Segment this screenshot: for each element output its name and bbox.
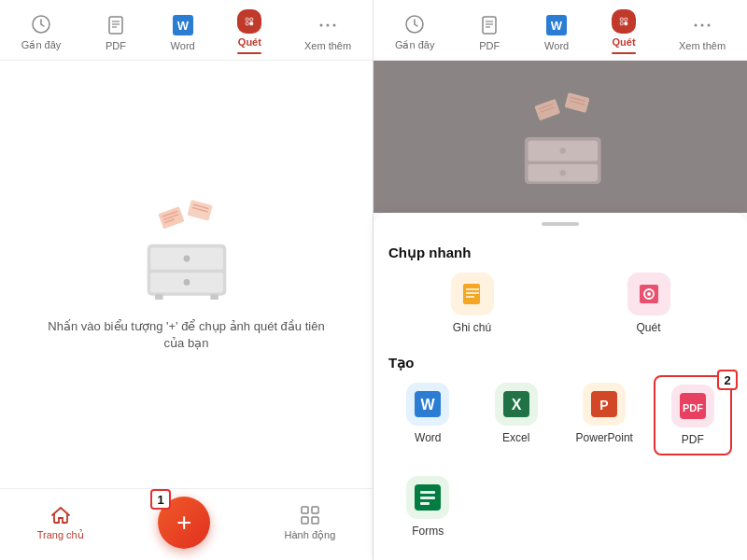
quet-label: Quét bbox=[636, 321, 660, 334]
nav-item-recent-right[interactable]: Gần đây bbox=[388, 10, 442, 53]
svg-rect-10 bbox=[250, 22, 253, 25]
section-chup-nhanh: Chụp nhanh Ghi chú bbox=[388, 245, 732, 342]
powerpoint-label: PowerPoint bbox=[576, 431, 633, 444]
nav-label-more-right: Xem thêm bbox=[679, 40, 726, 51]
svg-text:PDF: PDF bbox=[683, 402, 703, 413]
svg-rect-73 bbox=[420, 491, 435, 494]
left-content: Nhấn vào biểu tượng '+' để chụp ảnh quét… bbox=[0, 61, 373, 488]
fab-container: 1 + bbox=[158, 497, 210, 549]
nav-item-recent-left[interactable]: Gần đây bbox=[14, 10, 68, 53]
svg-text:X: X bbox=[511, 397, 521, 413]
svg-rect-41 bbox=[620, 22, 623, 25]
bottom-action[interactable]: Hành động bbox=[285, 504, 336, 541]
svg-text:W: W bbox=[551, 19, 563, 33]
word-icon-circle: W bbox=[406, 383, 449, 426]
svg-rect-57 bbox=[463, 284, 480, 304]
svg-text:P: P bbox=[600, 398, 609, 413]
word-nav-icon-left: W bbox=[171, 13, 195, 37]
plus-icon: + bbox=[176, 510, 191, 536]
step1-badge: 1 bbox=[150, 489, 171, 510]
right-drawer-illustration bbox=[509, 91, 612, 184]
clock-icon-right bbox=[402, 12, 427, 36]
note-icon bbox=[459, 281, 486, 307]
svg-rect-33 bbox=[483, 17, 496, 34]
action-ghi-chu[interactable]: Ghi chú bbox=[388, 265, 556, 342]
svg-rect-29 bbox=[312, 507, 318, 513]
svg-point-12 bbox=[327, 23, 330, 26]
svg-rect-27 bbox=[210, 294, 218, 300]
action-word[interactable]: W Word bbox=[388, 375, 468, 455]
bottom-home[interactable]: Trang chủ bbox=[37, 504, 84, 541]
nav-label-recent-right: Gần đây bbox=[395, 39, 434, 51]
svg-rect-40 bbox=[625, 18, 627, 21]
right-overlay bbox=[374, 61, 747, 213]
sheet-handle bbox=[542, 222, 579, 226]
svg-rect-9 bbox=[247, 22, 249, 25]
forms-grid: Forms bbox=[388, 469, 732, 545]
nav-item-more-left[interactable]: Xem thêm bbox=[297, 11, 359, 53]
excel-icon-circle: X bbox=[495, 383, 538, 426]
ppt-icon-circle: P bbox=[583, 383, 626, 426]
svg-rect-14 bbox=[158, 206, 184, 229]
ghi-chu-label: Ghi chú bbox=[453, 321, 491, 334]
nav-label-pdf-right: PDF bbox=[479, 40, 500, 51]
scan-nav-icon-left bbox=[237, 9, 261, 34]
nav-label-pdf-left: PDF bbox=[106, 40, 126, 51]
pdf-label: PDF bbox=[682, 433, 704, 446]
chup-nhanh-grid: Ghi chú Quét bbox=[388, 265, 732, 342]
word-nav-icon-right: W bbox=[544, 13, 569, 37]
word-label: Word bbox=[415, 431, 441, 444]
svg-rect-7 bbox=[247, 18, 249, 21]
pdf-icon-circle: PDF bbox=[671, 385, 714, 427]
action-icon bbox=[299, 504, 321, 526]
scan-icon bbox=[636, 281, 662, 307]
action-excel[interactable]: X Excel bbox=[477, 375, 557, 455]
action-powerpoint[interactable]: P PowerPoint bbox=[565, 375, 644, 455]
nav-label-recent-left: Gần đây bbox=[21, 39, 61, 51]
action-quet[interactable]: Quét bbox=[565, 265, 732, 342]
svg-point-11 bbox=[320, 23, 323, 26]
svg-rect-31 bbox=[312, 517, 318, 524]
ppt-icon: P bbox=[587, 387, 621, 421]
svg-point-13 bbox=[333, 23, 336, 26]
action-label: Hành động bbox=[285, 529, 336, 541]
left-bottom-bar: Trang chủ 1 + Hành động bbox=[0, 488, 373, 560]
svg-rect-30 bbox=[302, 517, 308, 524]
section-tao: Tạo W Word bbox=[388, 355, 732, 455]
svg-point-25 bbox=[183, 279, 190, 286]
scan-underline-right bbox=[612, 52, 636, 54]
svg-point-56 bbox=[560, 170, 566, 175]
nav-item-word-right[interactable]: W Word bbox=[537, 11, 576, 53]
svg-point-44 bbox=[700, 23, 703, 26]
svg-rect-75 bbox=[420, 502, 430, 505]
svg-rect-18 bbox=[187, 200, 212, 220]
hint-text: Nhấn vào biểu tượng '+' để chụp ảnh quét… bbox=[47, 318, 327, 352]
svg-point-63 bbox=[647, 292, 651, 296]
right-panel: Gần đây PDF W Word bbox=[374, 0, 747, 560]
svg-text:W: W bbox=[177, 19, 190, 33]
action-forms[interactable]: Forms bbox=[388, 469, 468, 545]
svg-point-43 bbox=[694, 23, 697, 26]
nav-label-word-left: Word bbox=[171, 40, 195, 51]
nav-item-pdf-right[interactable]: PDF bbox=[470, 11, 509, 53]
svg-point-54 bbox=[560, 147, 566, 153]
nav-label-word-right: Word bbox=[544, 40, 569, 51]
nav-item-pdf-left[interactable]: PDF bbox=[96, 11, 135, 53]
forms-icon bbox=[411, 481, 444, 514]
word-icon: W bbox=[411, 387, 444, 421]
empty-illustration: Nhấn vào biểu tượng '+' để chụp ảnh quét… bbox=[47, 197, 327, 352]
nav-item-more-right[interactable]: Xem thêm bbox=[671, 11, 733, 53]
svg-point-23 bbox=[183, 255, 190, 261]
nav-item-scan-left[interactable]: Quét bbox=[230, 7, 269, 56]
pdf-nav-icon-right bbox=[477, 13, 501, 37]
nav-item-scan-right[interactable]: Quét bbox=[604, 7, 643, 56]
nav-label-scan-left: Quét bbox=[238, 36, 261, 48]
bottom-sheet: Chụp nhanh Ghi chú bbox=[374, 213, 747, 560]
nav-item-word-left[interactable]: W Word bbox=[163, 11, 203, 53]
drawer-illustration bbox=[131, 197, 243, 300]
scan-underline-left bbox=[237, 52, 261, 54]
forms-icon-circle bbox=[406, 476, 449, 519]
scan-icon-circle bbox=[627, 273, 670, 315]
section-forms: Forms bbox=[388, 469, 732, 545]
action-pdf[interactable]: 2 PDF PDF bbox=[654, 375, 733, 455]
